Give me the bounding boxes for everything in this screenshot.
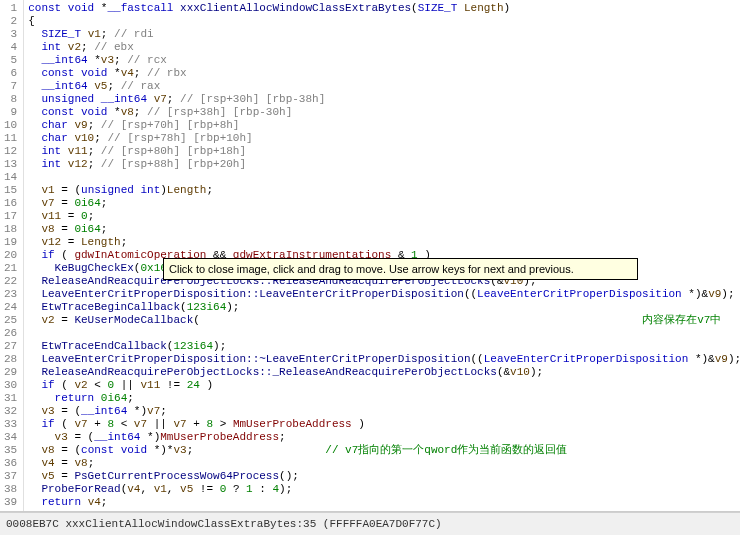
code-line[interactable]: int v11; // [rsp+80h] [rbp+18h] bbox=[28, 145, 736, 158]
line-number: 1 bbox=[4, 2, 17, 15]
code-line[interactable]: ProbeForRead(v4, v1, v5 != 0 ? 1 : 4); bbox=[28, 483, 736, 496]
line-number: 33 bbox=[4, 418, 17, 431]
status-text: 0008EB7C xxxClientAllocWindowClassExtraB… bbox=[6, 518, 442, 530]
code-line[interactable]: v12 = Length; bbox=[28, 236, 736, 249]
line-number: 37 bbox=[4, 470, 17, 483]
code-line[interactable]: const void *v8; // [rsp+38h] [rbp-30h] bbox=[28, 106, 736, 119]
line-number: 29 bbox=[4, 366, 17, 379]
line-number: 31 bbox=[4, 392, 17, 405]
code-line[interactable] bbox=[28, 327, 736, 340]
line-number: 7 bbox=[4, 80, 17, 93]
line-number: 2 bbox=[4, 15, 17, 28]
line-number: 32 bbox=[4, 405, 17, 418]
line-number: 10 bbox=[4, 119, 17, 132]
line-number: 25 bbox=[4, 314, 17, 327]
line-number: 3 bbox=[4, 28, 17, 41]
line-number: 34 bbox=[4, 431, 17, 444]
code-line[interactable]: v3 = (__int64 *)MmUserProbeAddress; bbox=[28, 431, 736, 444]
code-line[interactable]: unsigned __int64 v7; // [rsp+30h] [rbp-3… bbox=[28, 93, 736, 106]
line-number-gutter: 1234567891011121314151617181920212223242… bbox=[0, 0, 24, 511]
line-number: 22 bbox=[4, 275, 17, 288]
line-number: 21 bbox=[4, 262, 17, 275]
line-number: 26 bbox=[4, 327, 17, 340]
line-number: 12 bbox=[4, 145, 17, 158]
code-line[interactable]: v7 = 0i64; bbox=[28, 197, 736, 210]
code-line[interactable]: SIZE_T v1; // rdi bbox=[28, 28, 736, 41]
line-number: 36 bbox=[4, 457, 17, 470]
line-number: 17 bbox=[4, 210, 17, 223]
code-line[interactable]: return 0i64; bbox=[28, 392, 736, 405]
code-line[interactable]: { bbox=[28, 15, 736, 28]
line-number: 39 bbox=[4, 496, 17, 509]
line-number: 13 bbox=[4, 158, 17, 171]
code-line[interactable]: LeaveEnterCritProperDisposition::LeaveEn… bbox=[28, 288, 736, 301]
decompiler-view[interactable]: 1234567891011121314151617181920212223242… bbox=[0, 0, 740, 512]
line-number: 15 bbox=[4, 184, 17, 197]
line-number: 30 bbox=[4, 379, 17, 392]
code-line[interactable]: const void *__fastcall xxxClientAllocWin… bbox=[28, 2, 736, 15]
line-number: 24 bbox=[4, 301, 17, 314]
line-number: 16 bbox=[4, 197, 17, 210]
code-line[interactable]: int v12; // [rsp+88h] [rbp+20h] bbox=[28, 158, 736, 171]
code-line[interactable]: if ( v2 < 0 || v11 != 24 ) bbox=[28, 379, 736, 392]
code-line[interactable]: v11 = 0; bbox=[28, 210, 736, 223]
line-number: 23 bbox=[4, 288, 17, 301]
line-number: 14 bbox=[4, 171, 17, 184]
source-code[interactable]: const void *__fastcall xxxClientAllocWin… bbox=[24, 0, 740, 511]
line-number: 11 bbox=[4, 132, 17, 145]
line-number: 9 bbox=[4, 106, 17, 119]
line-number: 18 bbox=[4, 223, 17, 236]
code-line[interactable] bbox=[28, 171, 736, 184]
line-number: 6 bbox=[4, 67, 17, 80]
code-line[interactable]: const void *v4; // rbx bbox=[28, 67, 736, 80]
code-line[interactable]: __int64 v5; // rax bbox=[28, 80, 736, 93]
code-line[interactable]: v8 = 0i64; bbox=[28, 223, 736, 236]
line-number: 8 bbox=[4, 93, 17, 106]
code-line[interactable]: ReleaseAndReacquirePerObjectLocks::_Rele… bbox=[28, 366, 736, 379]
code-line[interactable]: v4 = v8; bbox=[28, 457, 736, 470]
line-number: 5 bbox=[4, 54, 17, 67]
line-number: 27 bbox=[4, 340, 17, 353]
code-line[interactable]: __int64 *v3; // rcx bbox=[28, 54, 736, 67]
code-line[interactable]: LeaveEnterCritProperDisposition::~LeaveE… bbox=[28, 353, 736, 366]
code-line[interactable]: v1 = (unsigned int)Length; bbox=[28, 184, 736, 197]
code-line[interactable]: return v4; bbox=[28, 496, 736, 509]
line-number: 4 bbox=[4, 41, 17, 54]
line-number: 38 bbox=[4, 483, 17, 496]
line-number: 35 bbox=[4, 444, 17, 457]
code-line[interactable]: if ( v7 + 8 < v7 || v7 + 8 > MmUserProbe… bbox=[28, 418, 736, 431]
code-line[interactable]: v5 = PsGetCurrentProcessWow64Process(); bbox=[28, 470, 736, 483]
code-line[interactable]: EtwTraceBeginCallback(123i64); bbox=[28, 301, 736, 314]
code-line[interactable]: int v2; // ebx bbox=[28, 41, 736, 54]
line-number: 20 bbox=[4, 249, 17, 262]
code-line[interactable]: char v10; // [rsp+78h] [rbp+10h] bbox=[28, 132, 736, 145]
code-line[interactable]: EtwTraceEndCallback(123i64); bbox=[28, 340, 736, 353]
code-line[interactable]: v2 = KeUserModeCallback( 内容保存在v7中 bbox=[28, 314, 736, 327]
code-line[interactable]: char v9; // [rsp+70h] [rbp+8h] bbox=[28, 119, 736, 132]
code-line[interactable]: v8 = (const void *)*v3; // v7指向的第一个qword… bbox=[28, 444, 736, 457]
code-line[interactable]: v3 = (__int64 *)v7; bbox=[28, 405, 736, 418]
image-viewer-tooltip[interactable]: Click to close image, click and drag to … bbox=[163, 258, 638, 280]
line-number: 19 bbox=[4, 236, 17, 249]
line-number: 28 bbox=[4, 353, 17, 366]
tooltip-text: Click to close image, click and drag to … bbox=[169, 263, 574, 275]
status-bar: 0008EB7C xxxClientAllocWindowClassExtraB… bbox=[0, 512, 740, 535]
